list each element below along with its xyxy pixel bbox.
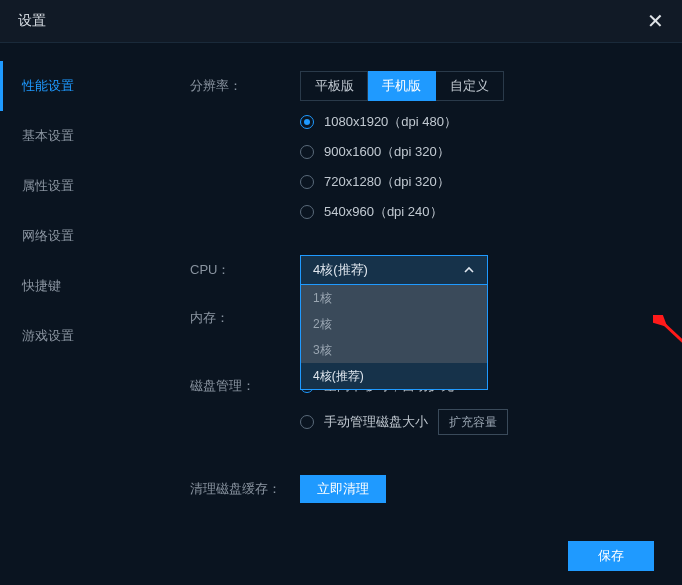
disk-label: 磁盘管理： [190, 377, 300, 395]
cpu-selected-value: 4核(推荐) [313, 261, 368, 279]
clean-now-button[interactable]: 立即清理 [300, 475, 386, 503]
cpu-option-4[interactable]: 4核(推荐) [301, 363, 487, 389]
cpu-option-1[interactable]: 1核 [301, 285, 487, 311]
sidebar-item-basic[interactable]: 基本设置 [0, 111, 130, 161]
tab-tablet[interactable]: 平板版 [300, 71, 368, 101]
chevron-up-icon [463, 264, 475, 276]
disk-manual[interactable]: 手动管理磁盘大小 扩充容量 [300, 409, 672, 435]
radio-icon [300, 145, 314, 159]
resolution-option-1080[interactable]: 1080x1920（dpi 480） [300, 113, 672, 131]
cpu-dropdown: 1核 2核 3核 4核(推荐) [300, 285, 488, 390]
row-cpu: CPU： 4核(推荐) 1核 2核 3核 4核(推荐) [190, 255, 672, 285]
radio-icon [300, 205, 314, 219]
save-button[interactable]: 保存 [568, 541, 654, 571]
titlebar: 设置 ✕ [0, 0, 682, 42]
cpu-select[interactable]: 4核(推荐) [300, 255, 488, 285]
cpu-option-3[interactable]: 3核 [301, 337, 487, 363]
resolution-option-label: 720x1280（dpi 320） [324, 173, 450, 191]
resolution-label: 分辨率： [190, 71, 300, 95]
close-icon[interactable]: ✕ [647, 11, 664, 31]
sidebar-item-game[interactable]: 游戏设置 [0, 311, 130, 361]
sidebar-item-performance[interactable]: 性能设置 [0, 61, 130, 111]
sidebar-item-property[interactable]: 属性设置 [0, 161, 130, 211]
window-title: 设置 [18, 12, 46, 30]
resolution-options: 1080x1920（dpi 480） 900x1600（dpi 320） 720… [300, 113, 672, 221]
row-clean: 清理磁盘缓存： 立即清理 [190, 475, 672, 503]
resolution-option-720[interactable]: 720x1280（dpi 320） [300, 173, 672, 191]
sidebar: 性能设置 基本设置 属性设置 网络设置 快捷键 游戏设置 [0, 43, 130, 585]
resolution-option-540[interactable]: 540x960（dpi 240） [300, 203, 672, 221]
tab-custom[interactable]: 自定义 [436, 71, 504, 101]
resolution-tabs: 平板版 手机版 自定义 [300, 71, 672, 101]
sidebar-item-network[interactable]: 网络设置 [0, 211, 130, 261]
radio-icon [300, 115, 314, 129]
sidebar-item-shortcut[interactable]: 快捷键 [0, 261, 130, 311]
radio-icon [300, 415, 314, 429]
memory-label: 内存： [190, 303, 300, 327]
disk-manual-label: 手动管理磁盘大小 [324, 413, 428, 431]
resolution-option-label: 900x1600（dpi 320） [324, 143, 450, 161]
cpu-option-2[interactable]: 2核 [301, 311, 487, 337]
row-resolution: 分辨率： 平板版 手机版 自定义 1080x1920（dpi 480） 900x… [190, 71, 672, 233]
resolution-option-label: 540x960（dpi 240） [324, 203, 443, 221]
resolution-option-label: 1080x1920（dpi 480） [324, 113, 457, 131]
resolution-option-900[interactable]: 900x1600（dpi 320） [300, 143, 672, 161]
expand-capacity-button[interactable]: 扩充容量 [438, 409, 508, 435]
radio-icon [300, 175, 314, 189]
clean-label: 清理磁盘缓存： [190, 475, 300, 498]
content-panel: 分辨率： 平板版 手机版 自定义 1080x1920（dpi 480） 900x… [130, 43, 682, 585]
cpu-label: CPU： [190, 255, 300, 279]
tab-phone[interactable]: 手机版 [368, 71, 436, 101]
